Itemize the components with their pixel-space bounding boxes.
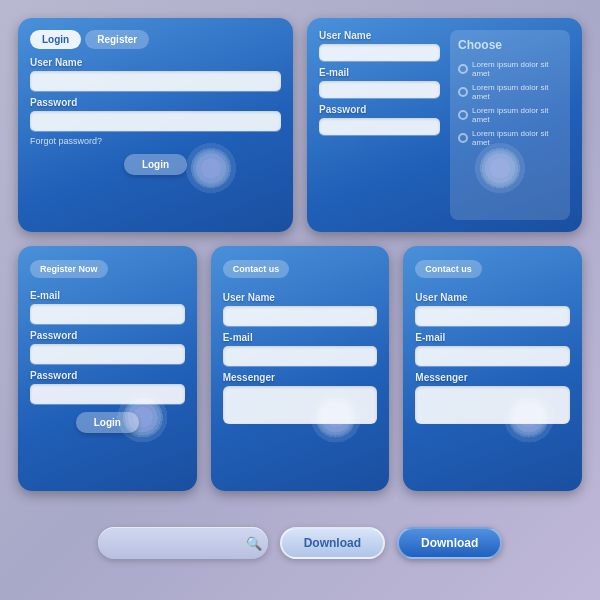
c1-messenger-textarea[interactable] xyxy=(223,386,378,424)
radio-item-1[interactable]: Lorem ipsum dolor sit amet xyxy=(458,60,562,78)
search-bar: 🔍 xyxy=(98,527,268,559)
rn-password2-input[interactable] xyxy=(30,384,185,404)
contact2-panel: Contact us User Name E-mail Messenger xyxy=(403,246,582,490)
rw-email-label: E-mail xyxy=(319,67,440,78)
c2-email-input[interactable] xyxy=(415,346,570,366)
register-wide-panel: User Name E-mail Password Choose Lorem i… xyxy=(307,18,582,232)
radio-label-3: Lorem ipsum dolor sit amet xyxy=(472,106,562,124)
radio-dot-2 xyxy=(458,87,468,97)
radio-item-3[interactable]: Lorem ipsum dolor sit amet xyxy=(458,106,562,124)
login-panel: Login Register User Name Password Forgot… xyxy=(18,18,293,232)
contact2-tag[interactable]: Contact us xyxy=(415,260,482,278)
rn-email-label: E-mail xyxy=(30,290,185,301)
contact1-tag[interactable]: Contact us xyxy=(223,260,290,278)
rn-password-label: Password xyxy=(30,330,185,341)
c2-messenger-label: Messenger xyxy=(415,372,570,383)
login-button[interactable]: Login xyxy=(124,154,187,175)
radio-item-2[interactable]: Lorem ipsum dolor sit amet xyxy=(458,83,562,101)
download-blue-button[interactable]: Download xyxy=(397,527,502,559)
forgot-password-link[interactable]: Forgot password? xyxy=(30,136,281,146)
register-now-button[interactable]: Register Now xyxy=(30,260,108,278)
register-form: User Name E-mail Password xyxy=(319,30,440,220)
password-label: Password xyxy=(30,97,281,108)
c1-email-input[interactable] xyxy=(223,346,378,366)
choose-title: Choose xyxy=(458,38,562,52)
radio-dot-4 xyxy=(458,133,468,143)
c2-messenger-textarea[interactable] xyxy=(415,386,570,424)
c2-username-label: User Name xyxy=(415,292,570,303)
tab-register-button[interactable]: Register xyxy=(85,30,149,49)
username-input[interactable] xyxy=(30,71,281,91)
c2-email-label: E-mail xyxy=(415,332,570,343)
radio-dot-1 xyxy=(458,64,468,74)
row2: Register Now E-mail Password Password Lo… xyxy=(18,246,582,490)
rn-email-input[interactable] xyxy=(30,304,185,324)
rw-password-input[interactable] xyxy=(319,118,440,135)
search-icon: 🔍 xyxy=(246,536,262,551)
register-now-panel: Register Now E-mail Password Password Lo… xyxy=(18,246,197,490)
rw-password-label: Password xyxy=(319,104,440,115)
radio-label-2: Lorem ipsum dolor sit amet xyxy=(472,83,562,101)
radio-item-4[interactable]: Lorem ipsum dolor sit amet xyxy=(458,129,562,147)
password-input[interactable] xyxy=(30,111,281,131)
bottom-bar: 🔍 Download Download xyxy=(18,505,582,582)
c1-email-label: E-mail xyxy=(223,332,378,343)
username-label: User Name xyxy=(30,57,281,68)
c1-username-input[interactable] xyxy=(223,306,378,326)
tab-row: Login Register xyxy=(30,30,281,49)
rw-email-input[interactable] xyxy=(319,81,440,98)
download-outline-button[interactable]: Download xyxy=(280,527,385,559)
rn-login-button[interactable]: Login xyxy=(76,412,139,433)
radio-dot-3 xyxy=(458,110,468,120)
choose-section: Choose Lorem ipsum dolor sit amet Lorem … xyxy=(450,30,570,220)
radio-label-4: Lorem ipsum dolor sit amet xyxy=(472,129,562,147)
search-input[interactable] xyxy=(108,537,246,549)
rw-username-input[interactable] xyxy=(319,44,440,61)
rn-password2-label: Password xyxy=(30,370,185,381)
c2-username-input[interactable] xyxy=(415,306,570,326)
radio-label-1: Lorem ipsum dolor sit amet xyxy=(472,60,562,78)
tab-login-button[interactable]: Login xyxy=(30,30,81,49)
rn-password-input[interactable] xyxy=(30,344,185,364)
contact1-panel: Contact us User Name E-mail Messenger xyxy=(211,246,390,490)
rw-username-label: User Name xyxy=(319,30,440,41)
c1-username-label: User Name xyxy=(223,292,378,303)
c1-messenger-label: Messenger xyxy=(223,372,378,383)
